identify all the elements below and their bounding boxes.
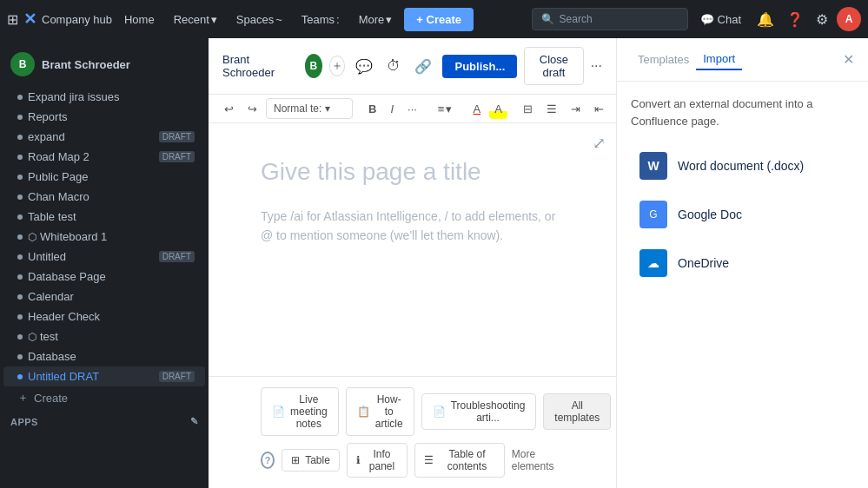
- gdoc-icon: G: [639, 201, 667, 228]
- create-button[interactable]: + Create: [404, 8, 474, 31]
- sidebar-item-calendar[interactable]: Calendar: [3, 287, 205, 307]
- page-content[interactable]: Type /ai for Atlassian Intelligence, / t…: [261, 207, 564, 246]
- sidebar-item-database[interactable]: Database: [3, 346, 205, 366]
- insert-row: ? ⊞ Table ℹ Info panel ☰ Table of conten…: [261, 443, 564, 478]
- bullet-icon: [17, 314, 23, 320]
- close-draft-button[interactable]: Close draft: [524, 47, 583, 85]
- bullet-icon: [17, 175, 23, 180]
- italic-button[interactable]: I: [385, 99, 399, 119]
- sidebar-item-header-check[interactable]: Header Check: [3, 307, 205, 326]
- live-meeting-label: Live meeting notes: [290, 393, 328, 430]
- chat-label: Chat: [718, 13, 741, 26]
- bullet-icon: [17, 274, 23, 280]
- nav-right: 🔍 Search 💬 Chat 🔔 ❓ ⚙ A: [532, 7, 861, 31]
- import-tab[interactable]: Import: [696, 49, 742, 70]
- help-circle-icon[interactable]: ?: [261, 452, 275, 469]
- sidebar-item-road-map[interactable]: Road Map 2 DRAFT: [3, 147, 205, 167]
- sidebar-item-public-page[interactable]: Public Page: [3, 167, 205, 187]
- highlight-button[interactable]: A: [489, 99, 507, 119]
- grid-icon[interactable]: ⊞: [7, 11, 18, 28]
- company-hub-link[interactable]: Company hub: [42, 13, 112, 26]
- doc-icon: 📄: [272, 406, 285, 418]
- bullet-list-button[interactable]: ⊟: [518, 99, 538, 119]
- notifications-icon[interactable]: 🔔: [753, 8, 778, 31]
- sidebar-item-whiteboard[interactable]: ⬡ Whiteboard 1: [3, 227, 205, 247]
- sidebar-item-reports[interactable]: Reports: [3, 107, 205, 127]
- apps-edit-icon[interactable]: ✎: [190, 416, 199, 427]
- editor-content[interactable]: ⤢ Give this page a title Type /ai for At…: [209, 123, 616, 376]
- text-style-label: Normal te:: [274, 102, 321, 115]
- spaces-dropdown[interactable]: Spaces ~: [229, 10, 289, 30]
- sidebar-item-test[interactable]: ⬡ test: [3, 326, 205, 346]
- templates-tab[interactable]: Templates: [631, 49, 696, 69]
- live-meeting-button[interactable]: 📄 Live meeting notes: [261, 387, 339, 436]
- how-to-button[interactable]: 📋 How-to article: [346, 387, 414, 436]
- settings-icon[interactable]: ⚙: [812, 8, 832, 31]
- toc-label: Table of contents: [439, 448, 495, 472]
- sidebar-item-label: Expand jira issues: [28, 90, 195, 103]
- sidebar-item-database-page[interactable]: Database Page: [3, 267, 205, 287]
- add-collaborator-button[interactable]: ＋: [329, 56, 345, 76]
- table-insert-button[interactable]: ⊞ Table: [282, 449, 340, 472]
- troubleshooting-label: Troubleshooting arti...: [451, 399, 526, 424]
- sidebar-user[interactable]: B Brant Schroeder: [0, 45, 209, 87]
- publish-button[interactable]: Publish...: [442, 55, 517, 78]
- home-link[interactable]: Home: [117, 10, 162, 30]
- troubleshooting-button[interactable]: 📄 Troubleshooting arti...: [421, 393, 537, 430]
- all-templates-button[interactable]: All templates: [543, 393, 611, 430]
- help-icon[interactable]: ❓: [783, 8, 807, 31]
- teams-dropdown[interactable]: Teams :: [295, 10, 347, 30]
- bold-button[interactable]: B: [363, 99, 381, 119]
- import-gdoc-option[interactable]: G Google Doc: [631, 192, 854, 237]
- sidebar-item-label: expand: [28, 130, 150, 143]
- bullet-icon: [17, 334, 23, 340]
- draft-badge: DRAFT: [159, 131, 195, 142]
- page-title[interactable]: Give this page a title: [261, 158, 564, 186]
- more-options-icon[interactable]: ···: [591, 58, 602, 74]
- search-box[interactable]: 🔍 Search: [532, 8, 688, 30]
- expand-content-icon[interactable]: ⤢: [593, 134, 606, 153]
- doc-author: Brant Schroeder: [222, 53, 298, 79]
- word-label: Word document (.docx): [678, 159, 804, 173]
- redo-button[interactable]: ↪: [242, 99, 262, 119]
- table-icon: ⊞: [291, 454, 300, 466]
- panel-header: Templates Import ✕: [617, 38, 868, 82]
- import-word-option[interactable]: W Word document (.docx): [631, 143, 854, 188]
- bullet-icon: [17, 374, 23, 379]
- import-onedrive-option[interactable]: ☁ OneDrive: [631, 241, 854, 286]
- indent-button[interactable]: ⇥: [566, 99, 586, 119]
- outdent-button[interactable]: ⇤: [589, 99, 609, 119]
- sidebar-item-chart-macro[interactable]: Chan Macro: [3, 187, 205, 207]
- side-panel: Templates Import ✕ Convert an external d…: [616, 38, 868, 488]
- more-dropdown[interactable]: More ▾: [352, 10, 400, 30]
- sidebar-item-table-test[interactable]: Table test: [3, 207, 205, 227]
- draft-badge: DRAFT: [159, 251, 195, 262]
- toc-button[interactable]: ☰ Table of contents: [414, 443, 505, 478]
- numbered-list-button[interactable]: ☰: [541, 99, 562, 119]
- whiteboard-label: ⬡ test: [28, 330, 58, 343]
- version-icon[interactable]: ⏱: [383, 55, 404, 77]
- sidebar-item-label: Untitled DRAT: [28, 370, 150, 383]
- sidebar-item-expand-jira[interactable]: Expand jira issues: [3, 87, 205, 107]
- sidebar-user-name: Brant Schroeder: [42, 58, 130, 71]
- comment-icon[interactable]: 💬: [352, 55, 376, 78]
- recent-dropdown[interactable]: Recent ▾: [167, 10, 224, 30]
- align-button[interactable]: ≡ ▾: [433, 99, 458, 119]
- sidebar-item-label: Chan Macro: [28, 190, 195, 203]
- sidebar-item-untitled-draft-active[interactable]: Untitled DRAT DRAFT: [3, 366, 205, 386]
- panel-close-button[interactable]: ✕: [843, 51, 854, 68]
- undo-button[interactable]: ↩: [219, 99, 239, 119]
- sidebar-item-untitled-draft-1[interactable]: Untitled DRAFT: [3, 247, 205, 267]
- user-avatar[interactable]: A: [837, 7, 861, 31]
- chat-button[interactable]: 💬 Chat: [693, 10, 748, 30]
- whiteboard-icon: ⬡: [28, 231, 36, 243]
- text-color-button[interactable]: A: [467, 99, 486, 119]
- more-formatting-button[interactable]: ···: [402, 99, 422, 119]
- sidebar-create[interactable]: ＋ Create: [3, 386, 205, 409]
- info-panel-button[interactable]: ℹ Info panel: [347, 443, 407, 478]
- sidebar-item-expand[interactable]: expand DRAFT: [3, 127, 205, 147]
- more-elements-link[interactable]: More elements: [512, 448, 564, 472]
- link-icon[interactable]: 🔗: [411, 55, 435, 78]
- text-style-dropdown[interactable]: Normal te: ▾: [266, 98, 353, 119]
- toc-icon: ☰: [424, 454, 434, 466]
